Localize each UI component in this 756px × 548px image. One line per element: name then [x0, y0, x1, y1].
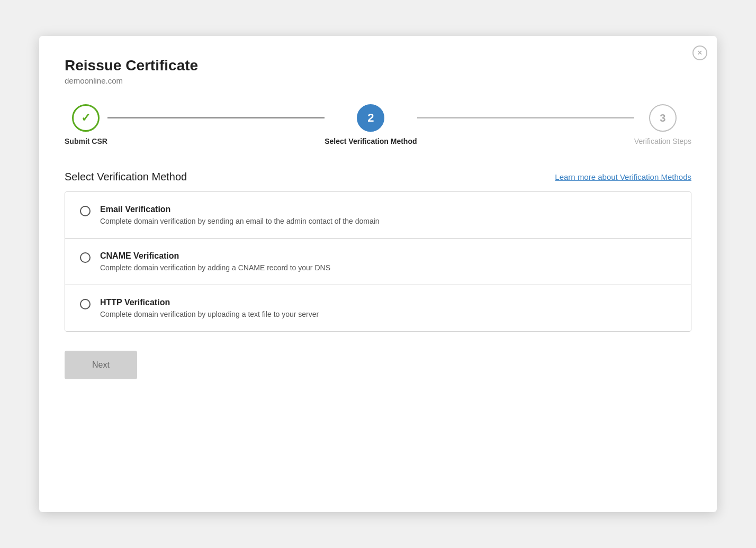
step-2-circle: 2	[357, 104, 384, 132]
step-line-1	[107, 117, 325, 118]
step-line-2	[417, 117, 634, 118]
http-content: HTTP Verification Complete domain verifi…	[100, 298, 319, 318]
option-cname[interactable]: CNAME Verification Complete domain verif…	[65, 239, 691, 285]
step-2-label: Select Verification Method	[325, 137, 417, 145]
step-submit-csr: ✓ Submit CSR	[65, 104, 107, 145]
learn-more-link[interactable]: Learn more about Verification Methods	[555, 172, 691, 181]
options-container: Email Verification Complete domain verif…	[65, 191, 691, 332]
step-2-number: 2	[367, 111, 374, 125]
checkmark-icon: ✓	[81, 111, 91, 125]
http-description: Complete domain verification by uploadin…	[100, 310, 319, 318]
step-3-number: 3	[660, 112, 665, 124]
http-radio[interactable]	[80, 299, 91, 309]
stepper: ✓ Submit CSR 2 Select Verification Metho…	[65, 104, 691, 145]
close-button[interactable]: ×	[692, 45, 707, 60]
step-1-circle: ✓	[72, 104, 100, 132]
modal-title: Reissue Certificate	[65, 57, 691, 74]
step-3-circle: 3	[649, 104, 677, 132]
email-title: Email Verification	[100, 205, 380, 214]
email-content: Email Verification Complete domain verif…	[100, 205, 380, 225]
step-3-label: Verification Steps	[634, 137, 691, 145]
cname-content: CNAME Verification Complete domain verif…	[100, 251, 330, 272]
option-email[interactable]: Email Verification Complete domain verif…	[65, 192, 691, 239]
modal-container: × Reissue Certificate demoonline.com ✓ S…	[39, 36, 717, 512]
cname-title: CNAME Verification	[100, 251, 330, 261]
next-button[interactable]: Next	[65, 351, 137, 379]
email-radio[interactable]	[80, 206, 91, 216]
section-header: Select Verification Method Learn more ab…	[65, 171, 691, 183]
email-description: Complete domain verification by sending …	[100, 217, 380, 225]
http-title: HTTP Verification	[100, 298, 319, 307]
cname-radio[interactable]	[80, 252, 91, 263]
step-select-verification: 2 Select Verification Method	[325, 104, 417, 145]
option-http[interactable]: HTTP Verification Complete domain verifi…	[65, 285, 691, 331]
section-title: Select Verification Method	[65, 171, 187, 183]
cname-description: Complete domain verification by adding a…	[100, 263, 330, 272]
modal-subtitle: demoonline.com	[65, 76, 691, 85]
step-verification-steps: 3 Verification Steps	[634, 104, 691, 145]
step-1-label: Submit CSR	[65, 137, 107, 145]
